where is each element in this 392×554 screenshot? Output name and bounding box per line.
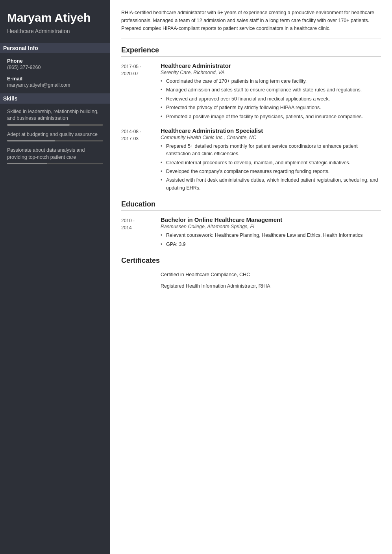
skill-bar-background [7,163,103,164]
skill-item: Skilled in leadership, relationship buil… [7,108,103,126]
bullet-item: Protected the privacy of patients by str… [161,104,381,112]
certificates-list: Certified in Healthcare Compliance, CHCR… [121,271,381,290]
bullet-item: Promoted a positive image of the facilit… [161,113,381,121]
skills-header: Skills [0,93,110,104]
skill-item: Adept at budgeting and quality assurance [7,131,103,142]
bullet-item: Created internal procedures to develop, … [161,159,381,167]
company-name: Serenity Care, Richmond, VA [161,70,381,75]
experience-section: Experience 2017-05 -2020-07Healthcare Ad… [121,46,381,193]
bullet-item: Prepared 5+ detailed reports monthly for… [161,143,381,158]
sidebar: Maryam Atiyeh Healthcare Administration … [0,0,110,554]
experience-entry: 2014-08 -2017-03Healthcare Administratio… [121,127,381,193]
job-title: Healthcare Administration Specialist [161,127,381,134]
company-name: Community Health Clinic Inc., Charlotte,… [161,135,381,140]
edu-date: 2010 -2014 [121,216,161,249]
bullet-item: Coordinated the care of 170+ patients in… [161,78,381,85]
email-value: maryam.y.atiyeh@gmail.com [7,82,103,88]
skill-text: Skilled in leadership, relationship buil… [7,108,103,122]
certificates-section: Certificates Certified in Healthcare Com… [121,257,381,290]
certificate-item: Registered Health Information Administra… [161,283,381,290]
skill-bar-background [7,124,103,126]
personal-info-header: Personal Info [0,43,110,53]
education-entries: 2010 -2014Bachelor in Online Healthcare … [121,216,381,249]
education-entry: 2010 -2014Bachelor in Online Healthcare … [121,216,381,249]
bullet-item: Reviewed and approved over 50 financial … [161,95,381,103]
skill-bar-fill [7,140,55,141]
certificates-title: Certificates [121,257,381,267]
skills-list: Skilled in leadership, relationship buil… [7,108,103,165]
education-title: Education [121,200,381,211]
bullet-item: Assisted with front desk administrative … [161,177,381,192]
experience-entry: 2017-05 -2020-07Healthcare Administrator… [121,62,381,122]
summary-text: RHIA-certified healthcare administrator … [121,9,381,39]
phone-value: (865) 377-9260 [7,65,103,70]
bullet-item: Managed admission and sales staff to ens… [161,86,381,94]
skill-bar-fill [7,163,47,164]
experience-title: Experience [121,46,381,57]
entry-bullets: Coordinated the care of 170+ patients in… [161,78,381,121]
entry-date: 2017-05 -2020-07 [121,62,161,122]
experience-entries: 2017-05 -2020-07Healthcare Administrator… [121,62,381,193]
bullet-item: Developed the company's compliance measu… [161,168,381,175]
email-label: E-mail [7,76,103,82]
education-section: Education 2010 -2014Bachelor in Online H… [121,200,381,249]
entry-date: 2014-08 -2017-03 [121,127,161,193]
degree-title: Bachelor in Online Healthcare Management [161,216,381,223]
skill-item: Passionate about data analysis and provi… [7,147,103,164]
edu-content: Bachelor in Online Healthcare Management… [161,216,381,249]
candidate-profession: Healthcare Administration [7,28,103,34]
skill-text: Passionate about data analysis and provi… [7,147,103,161]
bullet-item: Relevant coursework: Healthcare Planning… [161,232,381,239]
school-name: Rasmussen College, Altamonte Springs, FL [161,224,381,229]
phone-label: Phone [7,58,103,64]
skill-text: Adept at budgeting and quality assurance [7,131,103,138]
candidate-name: Maryam Atiyeh [7,11,103,25]
entry-bullets: Prepared 5+ detailed reports monthly for… [161,143,381,192]
job-title: Healthcare Administrator [161,62,381,69]
edu-bullets: Relevant coursework: Healthcare Planning… [161,232,381,248]
entry-content: Healthcare Administration SpecialistComm… [161,127,381,193]
certificate-item: Certified in Healthcare Compliance, CHC [161,271,381,279]
skill-bar-fill [7,124,70,126]
entry-content: Healthcare AdministratorSerenity Care, R… [161,62,381,122]
main-content: RHIA-certified healthcare administrator … [110,0,392,554]
skill-bar-background [7,140,103,141]
bullet-item: GPA: 3.9 [161,241,381,248]
